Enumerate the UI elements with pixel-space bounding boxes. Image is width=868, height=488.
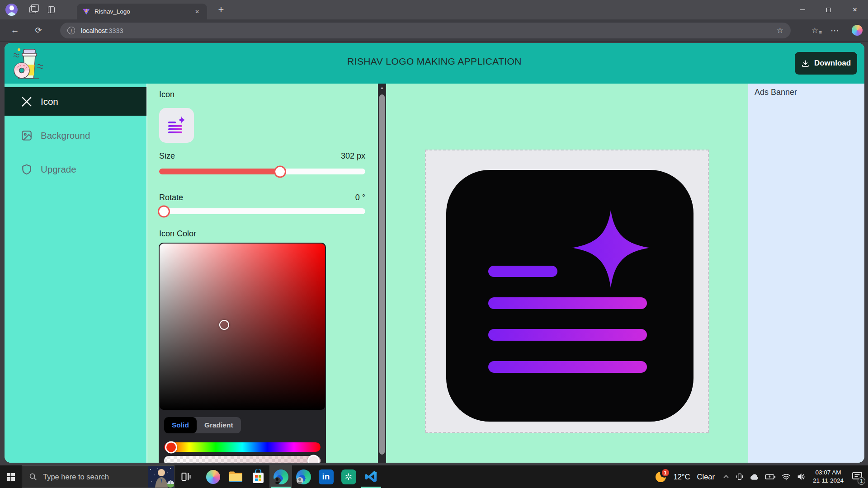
taskbar: Type here to search [0, 465, 868, 488]
scroll-up-icon[interactable]: ▲ [378, 85, 386, 90]
alpha-slider[interactable] [164, 456, 321, 463]
start-button[interactable] [0, 465, 22, 488]
copilot-icon [206, 470, 220, 484]
refresh-icon[interactable]: ⟳ [32, 23, 45, 37]
url-text: localhost:3333 [81, 27, 123, 34]
taskbar-store[interactable] [247, 465, 269, 488]
tab-close-icon[interactable]: ✕ [193, 7, 202, 16]
size-value: 302 px [341, 151, 365, 161]
hue-slider[interactable] [164, 442, 321, 452]
task-view-button[interactable] [175, 465, 198, 488]
saturation-cursor[interactable] [219, 320, 229, 330]
chatgpt-icon [341, 469, 356, 484]
weather-temp: 12°C [674, 473, 690, 481]
weather-text[interactable]: 12°C Clear [674, 473, 715, 481]
sidebar-item-label: Upgrade [41, 164, 76, 175]
panel-scrollbar[interactable]: ▲ [378, 84, 386, 463]
desktop: Rishav_Logo ✕ + ✕ ← ⟳ i localhost:3333 ☆… [0, 0, 868, 488]
logo-preview [446, 170, 693, 422]
app-header: RISHAV LOGO MAKING APPLICATION Download [5, 43, 864, 84]
rotate-value: 0 ° [355, 193, 365, 202]
sidebar-item-icon[interactable]: Icon [5, 87, 146, 116]
sidebar-item-upgrade[interactable]: Upgrade [5, 155, 146, 183]
alpha-slider-thumb[interactable] [307, 455, 320, 463]
color-picker: Solid Gradient [159, 243, 326, 463]
preview-area [386, 84, 748, 463]
linkedin-icon: in [319, 469, 334, 484]
new-tab-button[interactable]: + [214, 3, 228, 16]
tab-gradient[interactable]: Gradient [197, 417, 241, 433]
taskbar-file-explorer[interactable] [224, 465, 247, 488]
back-icon[interactable]: ← [8, 23, 22, 37]
logo-line [488, 329, 647, 341]
edge-icon [274, 469, 288, 484]
weather-condition: Clear [697, 473, 715, 481]
sidebar-item-background[interactable]: Background [5, 121, 146, 150]
hue-slider-thumb[interactable] [165, 441, 177, 453]
icon-color-label: Icon Color [159, 229, 196, 239]
notification-badge: 1 [858, 477, 865, 485]
favorite-star-icon[interactable]: ☆ [777, 26, 783, 35]
taskbar-vscode[interactable] [360, 465, 382, 488]
ads-banner: Ads Banner [748, 84, 864, 463]
taskbar-chatgpt[interactable] [337, 465, 360, 488]
ads-banner-label: Ads Banner [755, 88, 797, 97]
workspaces-icon[interactable] [29, 6, 36, 13]
minimize-button[interactable] [789, 0, 816, 19]
weather-moon-icon[interactable]: 1 [656, 472, 666, 482]
rotate-slider-thumb[interactable] [158, 205, 170, 217]
page-title: RISHAV LOGO MAKING APPLICATION [5, 56, 864, 67]
taskbar-copilot[interactable] [202, 465, 224, 488]
favorites-bar-icon[interactable]: ☆ [811, 26, 818, 35]
system-tray: 1 12°C Clear [656, 465, 868, 488]
wifi-icon[interactable] [782, 473, 791, 481]
browser-tab[interactable]: Rishav_Logo ✕ [77, 4, 207, 19]
design-tools-icon [21, 96, 33, 108]
size-slider-thumb[interactable] [274, 165, 286, 178]
onedrive-icon[interactable] [750, 474, 759, 480]
microsoft-store-icon [251, 469, 265, 484]
taskbar-clock[interactable]: 03:07 AM 21-11-2024 [811, 469, 845, 484]
clock-time: 03:07 AM [811, 469, 845, 477]
battery-icon[interactable] [765, 473, 776, 480]
rotate-label: Rotate [159, 193, 183, 202]
magic-text-icon [166, 115, 187, 136]
taskbar-search[interactable]: Type here to search [22, 465, 175, 488]
color-mode-tabs: Solid Gradient [164, 417, 241, 433]
close-button[interactable]: ✕ [842, 0, 868, 19]
taskbar-linkedin[interactable]: in [315, 465, 337, 488]
action-center-button[interactable]: 1 [852, 471, 863, 483]
saturation-area[interactable] [160, 244, 325, 410]
taskbar-edge-active[interactable] [269, 465, 292, 488]
logo-canvas [425, 150, 709, 433]
vite-favicon-icon [82, 8, 90, 15]
search-icon [29, 473, 37, 481]
copilot-icon[interactable] [852, 25, 863, 36]
edge-icon [296, 469, 311, 484]
profile-chip [274, 477, 281, 484]
shield-icon [21, 164, 33, 175]
browser-menu-icon[interactable]: ⋯ [830, 25, 840, 36]
taskbar-apps: in [202, 465, 382, 488]
taskbar-edge-secondary[interactable] [292, 465, 315, 488]
maximize-button[interactable] [816, 0, 842, 19]
icon-picker-button[interactable] [159, 108, 194, 143]
browser-profile-avatar[interactable] [5, 4, 18, 16]
scrollbar-thumb[interactable] [379, 94, 385, 455]
vscode-icon [364, 470, 378, 483]
site-info-icon[interactable]: i [67, 27, 75, 34]
address-bar[interactable]: i localhost:3333 ☆ [60, 23, 791, 38]
size-slider[interactable] [159, 169, 365, 174]
download-button[interactable]: Download [795, 52, 857, 75]
browser-titlebar: Rishav_Logo ✕ + ✕ [0, 0, 868, 19]
phone-link-icon[interactable] [736, 473, 744, 481]
tab-actions-icon[interactable] [48, 6, 55, 13]
sidebar-item-label: Icon [41, 96, 58, 107]
search-highlight-image[interactable] [148, 466, 174, 488]
volume-icon[interactable] [797, 473, 806, 481]
logo-line [488, 266, 557, 277]
tray-expand-icon[interactable] [722, 473, 730, 480]
web-page: RISHAV LOGO MAKING APPLICATION Download [0, 42, 868, 465]
tab-solid[interactable]: Solid [164, 417, 197, 433]
rotate-slider[interactable] [159, 208, 365, 214]
